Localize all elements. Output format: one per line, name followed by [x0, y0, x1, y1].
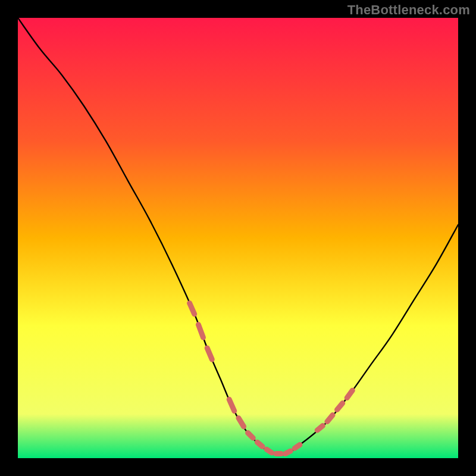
highlight-dash: [248, 433, 253, 439]
highlight-dash: [317, 426, 322, 431]
highlight-dash: [257, 442, 262, 446]
highlight-dash: [267, 449, 272, 453]
bottleneck-chart: [18, 18, 458, 458]
gradient-background: [18, 18, 458, 458]
highlight-dash: [295, 445, 300, 449]
chart-frame: [18, 18, 458, 458]
highlight-dash: [286, 451, 291, 454]
attribution-label: TheBottleneck.com: [347, 2, 470, 18]
